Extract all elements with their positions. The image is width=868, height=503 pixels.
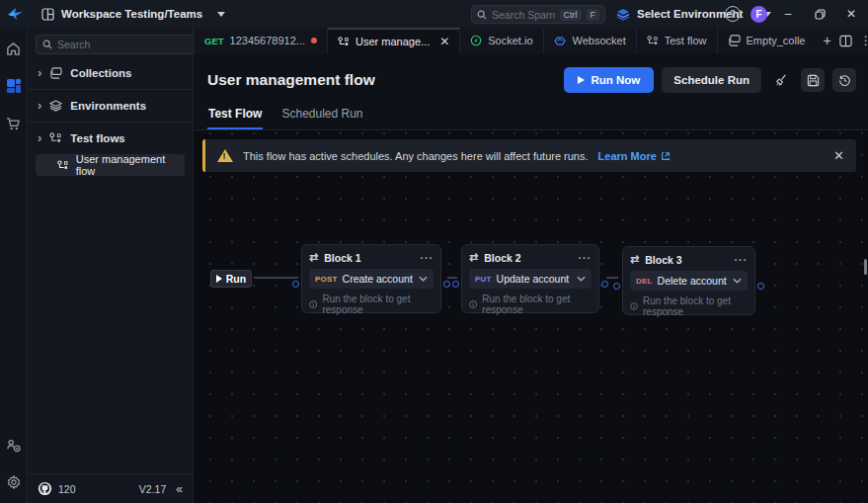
dashboard-icon bbox=[6, 78, 22, 94]
external-link-icon bbox=[661, 151, 671, 161]
swap-icon: ⇄ bbox=[630, 253, 639, 266]
sidebar-section-collections[interactable]: › Collections bbox=[28, 60, 193, 86]
home-button[interactable] bbox=[5, 40, 23, 57]
environments-icon bbox=[49, 100, 62, 112]
request-name: Delete account bbox=[658, 275, 727, 287]
page-title: User management flow bbox=[207, 71, 375, 89]
request-selector[interactable]: PUT Update account bbox=[469, 269, 592, 289]
request-selector[interactable]: DEL Delete account bbox=[630, 271, 748, 291]
unsaved-dot-icon bbox=[311, 38, 317, 43]
learn-more-label: Learn More bbox=[598, 150, 657, 162]
tab-user-management-flow[interactable]: User manage... ✕ bbox=[328, 28, 460, 53]
block-menu-button[interactable]: ··· bbox=[579, 252, 592, 264]
help-button[interactable]: ? bbox=[725, 6, 741, 22]
chevron-down-icon bbox=[733, 278, 742, 284]
info-icon bbox=[630, 301, 638, 311]
block-title: Block 2 bbox=[484, 252, 520, 264]
settings-button[interactable] bbox=[5, 473, 23, 491]
flow-block-2[interactable]: ⇄ Block 2 ··· PUT Update account Run the… bbox=[461, 244, 599, 313]
close-icon: ✕ bbox=[846, 7, 856, 21]
tab-menu-button[interactable]: ⋮ bbox=[860, 34, 868, 47]
sidebar-search[interactable] bbox=[36, 35, 197, 54]
tab-label: Empty_colle bbox=[747, 35, 806, 46]
workspace-label: Workspace Testing/Teams bbox=[61, 8, 202, 20]
schedule-run-button[interactable]: Schedule Run bbox=[662, 67, 761, 93]
home-icon bbox=[6, 42, 21, 56]
websocket-icon bbox=[554, 35, 567, 46]
marketplace-button[interactable] bbox=[5, 115, 23, 132]
tab-empty-collection[interactable]: Empty_colle bbox=[718, 28, 816, 53]
flow-block-3[interactable]: ⇄ Block 3 ··· DEL Delete account Run the… bbox=[622, 246, 755, 315]
sidebar-section-label: Environments bbox=[70, 100, 146, 112]
tab-scheduled-run-view[interactable]: Scheduled Run bbox=[280, 101, 363, 129]
tab-get-request[interactable]: GET 12345678912... bbox=[194, 28, 328, 53]
save-button[interactable] bbox=[801, 68, 825, 92]
method-badge: GET bbox=[204, 36, 224, 46]
input-port[interactable] bbox=[452, 281, 459, 288]
workspace-icon bbox=[41, 8, 54, 21]
request-name: Update account bbox=[497, 273, 570, 285]
sidebar-section-test-flows[interactable]: › Test flows bbox=[28, 126, 193, 151]
flow-wire bbox=[606, 277, 618, 279]
block-menu-button[interactable]: ··· bbox=[735, 254, 749, 266]
output-port[interactable] bbox=[443, 281, 450, 288]
schedule-warning-banner: This flow has active schedules. Any chan… bbox=[202, 139, 856, 172]
dismiss-banner-button[interactable]: ✕ bbox=[833, 148, 844, 163]
tab-strip: GET 12345678912... User manage... ✕ Sock… bbox=[194, 28, 868, 53]
input-port[interactable] bbox=[292, 281, 299, 288]
app-version: V2.17 bbox=[139, 483, 166, 495]
sidebar-item-user-management-flow[interactable]: User management flow bbox=[36, 154, 185, 176]
sidebar-section-environments[interactable]: › Environments bbox=[28, 93, 193, 119]
learn-more-link[interactable]: Learn More bbox=[598, 150, 671, 162]
avatar[interactable]: F bbox=[750, 6, 767, 23]
search-icon bbox=[477, 10, 487, 20]
request-selector[interactable]: POST Create account bbox=[309, 269, 434, 289]
clear-flow-button[interactable] bbox=[769, 68, 793, 92]
tab-socketio[interactable]: Socket.io bbox=[460, 28, 543, 53]
divider bbox=[28, 122, 193, 123]
test-flow-icon bbox=[49, 132, 62, 144]
flow-wire bbox=[447, 277, 457, 279]
github-icon[interactable] bbox=[38, 481, 52, 496]
gear-icon bbox=[6, 474, 22, 490]
run-now-label: Run Now bbox=[591, 74, 640, 86]
input-port[interactable] bbox=[613, 283, 620, 290]
global-search-input[interactable] bbox=[492, 9, 555, 21]
chevron-right-icon: › bbox=[38, 131, 41, 144]
close-tab-button[interactable]: ✕ bbox=[439, 35, 449, 48]
block-title: Block 1 bbox=[324, 252, 360, 264]
community-button[interactable] bbox=[5, 436, 23, 454]
test-flow-icon bbox=[57, 160, 69, 171]
sidebar: + › Collections › Environments › Test fl… bbox=[28, 28, 194, 503]
run-history-button[interactable] bbox=[832, 68, 856, 92]
tab-test-flow[interactable]: Test flow bbox=[637, 28, 718, 53]
minimize-icon: – bbox=[785, 7, 792, 21]
method-badge: DEL bbox=[636, 277, 653, 286]
sidebar-search-input[interactable] bbox=[57, 39, 191, 50]
restore-button[interactable] bbox=[809, 3, 830, 25]
tab-websocket[interactable]: Websocket bbox=[544, 28, 637, 53]
block-menu-button[interactable]: ··· bbox=[421, 252, 434, 264]
chevron-down-icon bbox=[217, 12, 225, 17]
run-now-button[interactable]: Run Now bbox=[564, 67, 654, 93]
method-badge: POST bbox=[315, 275, 338, 284]
tab-label: User manage... bbox=[355, 36, 430, 47]
workspace-switcher[interactable]: Workspace Testing/Teams bbox=[41, 8, 225, 21]
close-window-button[interactable]: ✕ bbox=[840, 3, 862, 25]
workspace-dashboard-button[interactable] bbox=[5, 77, 23, 95]
canvas-scrollbar[interactable] bbox=[864, 259, 867, 275]
new-tab-button[interactable]: + bbox=[823, 33, 830, 48]
split-view-button[interactable] bbox=[839, 35, 852, 47]
global-search[interactable]: Ctrl F bbox=[471, 5, 605, 24]
flow-canvas[interactable]: This flow has active schedules. Any chan… bbox=[194, 130, 868, 503]
flow-run-node[interactable]: Run bbox=[210, 270, 252, 288]
minimize-button[interactable]: – bbox=[777, 3, 799, 25]
chevron-right-icon: › bbox=[38, 99, 41, 112]
output-port[interactable] bbox=[757, 283, 764, 290]
output-port[interactable] bbox=[601, 281, 608, 288]
broom-icon bbox=[774, 73, 788, 87]
flow-block-1[interactable]: ⇄ Block 1 ··· POST Create account Run th… bbox=[301, 244, 441, 313]
play-icon bbox=[216, 275, 222, 283]
collapse-sidebar-button[interactable]: « bbox=[176, 482, 183, 496]
tab-test-flow-view[interactable]: Test Flow bbox=[207, 101, 263, 129]
